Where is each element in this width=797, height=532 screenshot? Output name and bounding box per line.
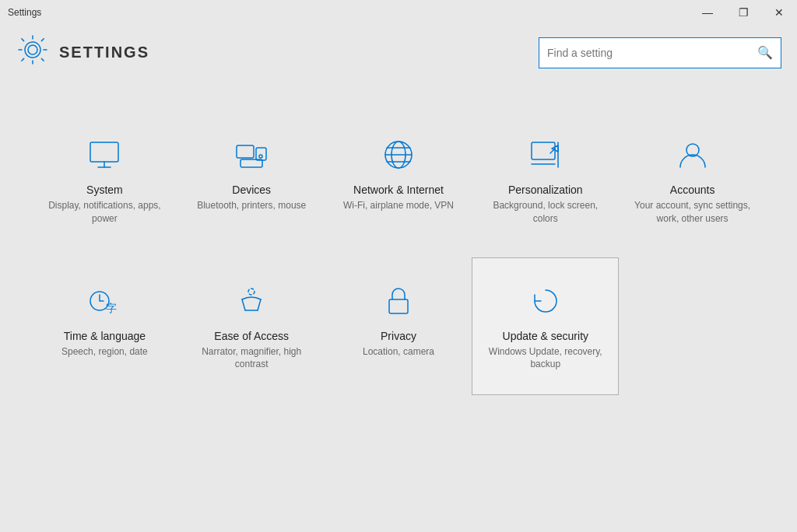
personalization-icon (528, 135, 563, 174)
devices-desc: Bluetooth, printers, mouse (197, 199, 306, 212)
ease-icon (234, 282, 269, 320)
setting-item-time[interactable]: 字 Time & language Speech, region, date (31, 257, 178, 396)
settings-grid-row1: System Display, notifications, apps, pow… (31, 111, 766, 250)
svg-rect-22 (389, 299, 408, 313)
svg-point-8 (259, 155, 262, 158)
time-desc: Speech, region, date (61, 345, 148, 359)
personalization-name: Personalization (508, 184, 583, 196)
privacy-desc: Location, camera (363, 345, 434, 359)
privacy-name: Privacy (381, 330, 416, 342)
svg-rect-2 (90, 142, 118, 162)
settings-gear-icon (16, 33, 50, 72)
accounts-name: Accounts (670, 184, 715, 196)
titlebar: Settings — ❐ ✕ (0, 0, 797, 25)
svg-rect-5 (237, 145, 254, 158)
network-icon (381, 135, 416, 174)
setting-item-ease[interactable]: Ease of Access Narrator, magnifier, high… (178, 257, 325, 396)
setting-item-privacy[interactable]: Privacy Location, camera (325, 257, 472, 396)
setting-item-empty (619, 257, 766, 396)
time-icon: 字 (87, 282, 121, 320)
svg-point-0 (28, 45, 37, 54)
close-button[interactable]: ✕ (761, 0, 797, 25)
system-desc: Display, notifications, apps, power (40, 199, 170, 226)
search-box[interactable]: 🔍 (539, 37, 781, 68)
app-title: SETTINGS (59, 44, 149, 61)
ease-name: Ease of Access (214, 330, 289, 342)
update-name: Update & security (503, 330, 589, 342)
header-left: SETTINGS (16, 33, 149, 72)
update-icon (528, 282, 563, 320)
svg-rect-14 (532, 142, 555, 159)
minimize-button[interactable]: — (690, 0, 725, 25)
privacy-icon (381, 282, 416, 320)
settings-grid-row2: 字 Time & language Speech, region, date E… (31, 257, 766, 396)
svg-text:字: 字 (106, 303, 117, 314)
devices-icon (234, 135, 269, 174)
system-icon (87, 135, 121, 174)
search-icon: 🔍 (757, 45, 773, 60)
setting-item-network[interactable]: Network & Internet Wi-Fi, airplane mode,… (325, 111, 472, 250)
accounts-desc: Your account, sync settings, work, other… (627, 199, 757, 226)
setting-item-personalization[interactable]: Personalization Background, lock screen,… (472, 111, 619, 250)
update-desc: Windows Update, recovery, backup (480, 345, 610, 372)
network-name: Network & Internet (353, 184, 444, 196)
setting-item-accounts[interactable]: Accounts Your account, sync settings, wo… (619, 111, 766, 250)
accounts-icon (676, 135, 710, 174)
ease-desc: Narrator, magnifier, high contrast (187, 345, 317, 372)
time-name: Time & language (64, 330, 146, 342)
main-content: System Display, notifications, apps, pow… (0, 80, 797, 411)
setting-item-system[interactable]: System Display, notifications, apps, pow… (31, 111, 178, 250)
search-input[interactable] (547, 47, 757, 59)
header: SETTINGS 🔍 (0, 25, 797, 80)
network-desc: Wi-Fi, airplane mode, VPN (343, 199, 454, 212)
devices-name: Devices (232, 184, 271, 196)
personalization-desc: Background, lock screen, colors (480, 199, 610, 226)
setting-item-update[interactable]: Update & security Windows Update, recove… (472, 257, 619, 396)
svg-point-20 (248, 289, 255, 295)
maximize-button[interactable]: ❐ (725, 0, 761, 25)
window-title: Settings (8, 7, 41, 18)
system-name: System (86, 184, 123, 196)
setting-item-devices[interactable]: Devices Bluetooth, printers, mouse (178, 111, 325, 250)
window-controls: — ❐ ✕ (690, 0, 797, 25)
svg-point-1 (25, 42, 40, 58)
